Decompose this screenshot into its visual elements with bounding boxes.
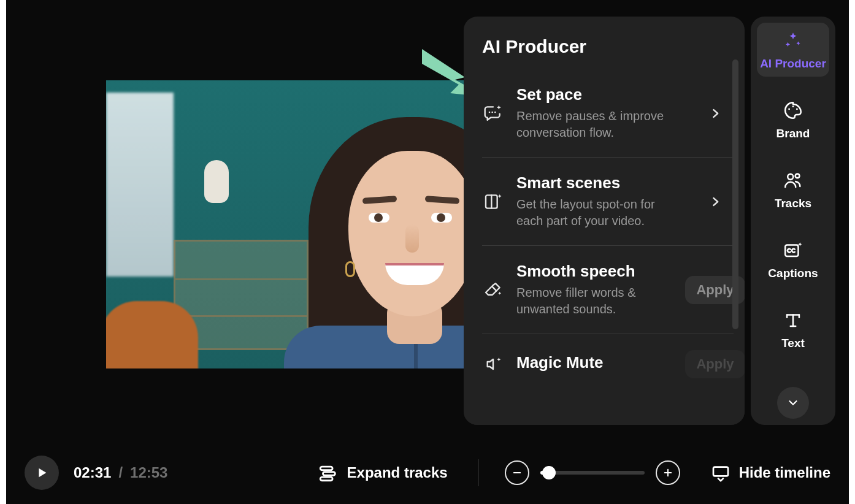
item-smart-scenes[interactable]: Smart scenes Get the layout spot-on for … <box>482 158 734 246</box>
ai-producer-panel: AI Producer Set pace Remo <box>464 17 745 425</box>
sidebar-item-tracks[interactable]: Tracks <box>757 162 829 216</box>
player-bar: 02:31 / 12:53 Expand tracks <box>6 441 849 504</box>
svg-rect-16 <box>320 477 332 481</box>
item-title: Smart scenes <box>516 174 684 193</box>
svg-point-3 <box>494 111 496 113</box>
chevron-right-icon <box>709 193 721 210</box>
time-separator: / <box>118 464 123 481</box>
sidebar-item-text[interactable]: Text <box>757 302 829 356</box>
sidebar-more-button[interactable] <box>777 387 809 419</box>
item-smooth-speech[interactable]: Smooth speech Remove filler words & unwa… <box>482 246 734 334</box>
play-button[interactable] <box>25 456 59 490</box>
item-title: Set pace <box>516 85 684 104</box>
svg-line-6 <box>493 286 497 291</box>
svg-point-7 <box>788 108 790 110</box>
mute-sparkle-icon <box>482 354 504 374</box>
zoom-slider[interactable] <box>540 471 645 475</box>
expand-tracks-icon <box>318 462 339 483</box>
sidebar-item-captions[interactable]: Captions <box>757 232 829 286</box>
item-desc: Remove pauses & improve conversation flo… <box>516 108 684 141</box>
zoom-slider-thumb[interactable] <box>542 466 556 479</box>
svg-point-10 <box>788 174 793 180</box>
expand-tracks-button[interactable]: Expand tracks <box>318 462 448 483</box>
item-magic-mute[interactable]: Magic Mute Apply <box>482 334 734 415</box>
hide-timeline-icon <box>711 463 730 483</box>
ai-producer-list: Set pace Remove pauses & improve convers… <box>464 69 745 415</box>
sidebar-item-label: AI Producer <box>760 57 826 71</box>
preview-vase <box>204 160 229 203</box>
item-desc: Get the layout spot-on for each part of … <box>516 196 684 229</box>
sidebar-item-ai-producer[interactable]: AI Producer <box>757 23 829 77</box>
zoom-out-button[interactable] <box>505 460 529 485</box>
sidebar-item-label: Tracks <box>775 197 811 210</box>
svg-point-9 <box>796 108 798 110</box>
svg-point-8 <box>792 105 794 107</box>
play-icon <box>35 466 48 479</box>
svg-rect-20 <box>713 467 728 476</box>
editor-stage: AI Producer Set pace Remo <box>6 0 849 504</box>
text-icon <box>783 310 803 330</box>
preview-person <box>229 117 467 368</box>
zoom-in-button[interactable] <box>656 460 680 485</box>
svg-point-2 <box>491 111 493 113</box>
panel-scrollbar[interactable] <box>732 59 738 329</box>
video-preview[interactable] <box>106 80 467 368</box>
sidebar-item-label: Captions <box>768 267 818 280</box>
sidebar-item-brand[interactable]: Brand <box>757 93 829 147</box>
item-title: Smooth speech <box>516 262 684 281</box>
zoom-controls <box>505 460 680 485</box>
playhead-time: 02:31 / 12:53 <box>74 464 167 481</box>
item-set-pace[interactable]: Set pace Remove pauses & improve convers… <box>482 69 734 158</box>
divider <box>478 459 479 486</box>
item-title: Magic Mute <box>516 353 684 372</box>
chat-sparkle-icon <box>482 104 504 123</box>
sidebar-item-label: Text <box>781 337 805 350</box>
current-time: 02:31 <box>74 464 111 481</box>
people-icon <box>783 170 803 191</box>
apply-button[interactable]: Apply <box>685 350 745 378</box>
expand-tracks-label: Expand tracks <box>347 464 448 481</box>
layout-sparkle-icon <box>482 192 504 212</box>
captions-sparkle-icon <box>783 240 803 261</box>
sparkles-icon <box>783 30 803 51</box>
svg-rect-14 <box>320 467 332 470</box>
hide-timeline-button[interactable]: Hide timeline <box>711 463 830 483</box>
sidebar-item-label: Brand <box>776 127 810 140</box>
plus-icon <box>662 467 673 478</box>
svg-point-1 <box>489 111 491 113</box>
palette-icon <box>783 100 803 121</box>
eraser-sparkle-icon <box>482 280 504 300</box>
svg-marker-13 <box>39 468 46 478</box>
svg-rect-15 <box>323 472 335 476</box>
chevron-right-icon <box>709 105 721 122</box>
preview-window <box>106 93 174 277</box>
chevron-down-icon <box>786 396 800 410</box>
right-toolbar: AI Producer Brand <box>751 17 835 425</box>
preview-chair <box>106 301 198 368</box>
item-desc: Remove filler words & unwanted sounds. <box>516 284 684 318</box>
panel-title: AI Producer <box>464 17 745 69</box>
svg-point-11 <box>796 174 800 178</box>
minus-icon <box>512 467 523 478</box>
hide-timeline-label: Hide timeline <box>739 464 830 481</box>
total-time: 12:53 <box>130 464 167 481</box>
